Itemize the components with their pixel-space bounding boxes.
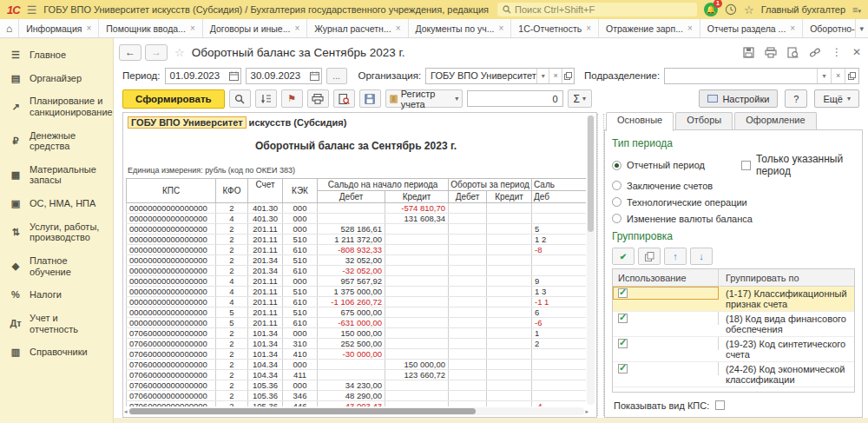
- balance-table[interactable]: КПС КФО Счет КЭК Сальдо на начало период…: [126, 178, 586, 406]
- sidebar-item-materials[interactable]: ▦Материальные запасы: [0, 158, 113, 192]
- period-option[interactable]: Изменение валюты баланса: [612, 210, 855, 227]
- calendar-icon[interactable]: [229, 71, 239, 81]
- group-by-cell[interactable]: (18) Код вида финансового обеспечения: [719, 312, 854, 336]
- table-row[interactable]: 000000000000000002201.34610-32 052,00: [127, 266, 587, 276]
- dept-dropdown-icon[interactable]: ▾: [817, 69, 831, 83]
- help-button[interactable]: ?: [785, 89, 807, 108]
- move-up-button[interactable]: ↑: [664, 248, 687, 265]
- window-tab[interactable]: Информация×: [19, 19, 99, 37]
- back-button[interactable]: ←: [119, 44, 141, 61]
- table-row[interactable]: 070600000000000002104.34000150 000,00: [127, 360, 587, 370]
- table-row[interactable]: 000000000000000004201.115101 375 000,001…: [127, 287, 587, 297]
- tab-close-icon[interactable]: ×: [498, 23, 503, 33]
- table-row[interactable]: 000000000000000002201.11610-808 932,33-8: [127, 245, 587, 255]
- grouping-row[interactable]: (19-23) Код синтетического счета: [613, 337, 854, 362]
- print-preview-button[interactable]: [333, 89, 355, 108]
- tab-close-icon[interactable]: ×: [687, 23, 693, 33]
- period-option[interactable]: Заключение счетов: [612, 177, 855, 194]
- dept-open-icon[interactable]: [845, 69, 858, 83]
- window-tab[interactable]: Договоры и иные...×: [203, 19, 308, 37]
- table-row[interactable]: 000000000000000002401.30000-574 810,70: [127, 203, 587, 214]
- tab-close-icon[interactable]: ×: [190, 23, 195, 33]
- show-kps-checkbox[interactable]: [715, 400, 725, 410]
- forward-button[interactable]: →: [145, 44, 168, 61]
- table-row[interactable]: 000000000000000002201.115101 211 372,001…: [127, 235, 587, 245]
- table-row[interactable]: 000000000000000005201.11510675 000,006: [127, 307, 587, 318]
- window-tab[interactable]: Отчеты раздела ...×: [700, 19, 803, 37]
- sidebar-item-main[interactable]: ☰Главное: [0, 43, 113, 67]
- grouping-row[interactable]: (18) Код вида финансового обеспечения: [613, 312, 854, 337]
- sidebar-item-organizer[interactable]: ▤Органайзер: [0, 67, 113, 90]
- sidebar-item-money[interactable]: ₽Денежные средства: [0, 124, 113, 158]
- period-option[interactable]: Отчетный период: [612, 157, 705, 174]
- sidebar-item-planning[interactable]: ↗Планирование и санкционирование: [0, 89, 113, 123]
- table-row[interactable]: 070600000000000002105.36446-43 003,43-4: [127, 401, 587, 407]
- sum-button[interactable]: Σ▾: [568, 89, 592, 108]
- usage-checkbox[interactable]: [618, 339, 628, 348]
- radio-icon[interactable]: [612, 161, 621, 170]
- tab-close-icon[interactable]: ×: [294, 23, 299, 33]
- org-open-icon[interactable]: [562, 69, 574, 83]
- print-icon[interactable]: [765, 47, 777, 58]
- dept-clear-icon[interactable]: ×: [831, 69, 845, 83]
- sidebar-item-os-nma-npa[interactable]: ▣ОС, НМА, НПА: [0, 192, 113, 215]
- table-row[interactable]: 000000000000000002201.11000528 186,615: [127, 224, 587, 235]
- tab-overflow-icon[interactable]: ▾: [855, 19, 868, 37]
- table-row[interactable]: 070600000000000002105.3634648 290,00: [127, 391, 587, 401]
- period-more-button[interactable]: ...: [326, 68, 347, 84]
- grouping-table[interactable]: Использование Группировать по (1-17) Кла…: [612, 268, 855, 393]
- period-from-input[interactable]: 01.09.2023: [165, 68, 241, 84]
- favorite-star-icon[interactable]: ☆: [174, 46, 185, 59]
- uncheck-all-button[interactable]: [638, 248, 661, 265]
- service-menu-icon[interactable]: ≡▾: [852, 4, 861, 15]
- kebab-menu-icon[interactable]: ⋮: [832, 46, 842, 58]
- check-all-button[interactable]: ✔: [612, 248, 635, 265]
- table-row[interactable]: 070600000000000002105.3600034 230,00: [127, 380, 587, 391]
- save-report-button[interactable]: [359, 89, 381, 108]
- table-row[interactable]: 070600000000000002101.34000150 000,001: [127, 328, 587, 339]
- department-combo[interactable]: ▾ ×: [664, 68, 859, 84]
- table-row[interactable]: 000000000000000004201.11610-1 106 260,72…: [127, 297, 587, 307]
- collapse-levels-button[interactable]: ⚑: [281, 89, 303, 108]
- report-vertical-scrollbar[interactable]: [587, 115, 595, 405]
- tab-close-icon[interactable]: ×: [86, 23, 91, 33]
- usage-checkbox[interactable]: [618, 288, 628, 298]
- usage-cell[interactable]: [613, 337, 719, 350]
- table-row[interactable]: 000000000000000004401.30000131 608,34: [127, 214, 587, 224]
- group-by-cell[interactable]: (1-17) Классификационный признак счета: [719, 287, 854, 311]
- grouping-row[interactable]: (24-26) Код экономической классификации: [613, 362, 854, 387]
- table-row[interactable]: 000000000000000005201.11610-631 000,00-6: [127, 318, 587, 328]
- only-period-checkbox[interactable]: [741, 161, 751, 170]
- current-user-label[interactable]: Главный бухгалтер: [761, 4, 845, 15]
- window-tab[interactable]: Журнал расчетн...×: [307, 19, 408, 37]
- settings-button[interactable]: Настройки: [699, 89, 778, 108]
- sidebar-item-paid-education[interactable]: ◆Платное обучение: [0, 249, 113, 283]
- sidebar-item-references[interactable]: ▥Справочники: [0, 340, 113, 364]
- history-icon[interactable]: [725, 3, 737, 16]
- org-clear-icon[interactable]: ×: [549, 69, 561, 83]
- settings-tab-отборы[interactable]: Отборы: [675, 112, 733, 130]
- window-tab[interactable]: Отражение зарп...×: [599, 19, 700, 37]
- selected-cell[interactable]: ГОБУ ВПО Университет: [128, 116, 247, 129]
- register-button[interactable]: Регистр учета▾: [385, 89, 464, 108]
- usage-cell[interactable]: [613, 362, 719, 375]
- report-document-area[interactable]: ГОБУ ВПО Университет искусств (Субсидия)…: [122, 112, 597, 418]
- usage-checkbox[interactable]: [618, 364, 628, 373]
- panel-splitter[interactable]: [597, 114, 604, 416]
- table-row[interactable]: 070600000000000002101.34410-30 000,00: [127, 349, 587, 360]
- group-by-cell[interactable]: (19-23) Код синтетического счета: [719, 337, 854, 361]
- settings-tab-основные[interactable]: Основные: [606, 112, 674, 131]
- table-row[interactable]: 000000000000000002201.3451032 052,00: [127, 255, 587, 266]
- radio-icon[interactable]: [612, 181, 621, 190]
- organization-combo[interactable]: ГОБУ ВПО Университет и ▾ ×: [425, 68, 575, 84]
- close-form-icon[interactable]: ✕: [852, 46, 861, 58]
- sidebar-item-accounting[interactable]: ДтУчет и отчетность: [0, 307, 113, 340]
- period-option[interactable]: Технологические операции: [612, 194, 855, 210]
- doc-org-line[interactable]: ГОБУ ВПО Университет искусств (Субсидия): [128, 117, 586, 128]
- preview-icon[interactable]: [787, 47, 799, 58]
- calendar-icon[interactable]: [310, 71, 319, 81]
- report-horizontal-scrollbar[interactable]: ◂▸: [128, 407, 584, 415]
- org-dropdown-icon[interactable]: ▾: [536, 69, 549, 83]
- tab-close-icon[interactable]: ×: [586, 23, 591, 33]
- save-icon[interactable]: [743, 47, 754, 58]
